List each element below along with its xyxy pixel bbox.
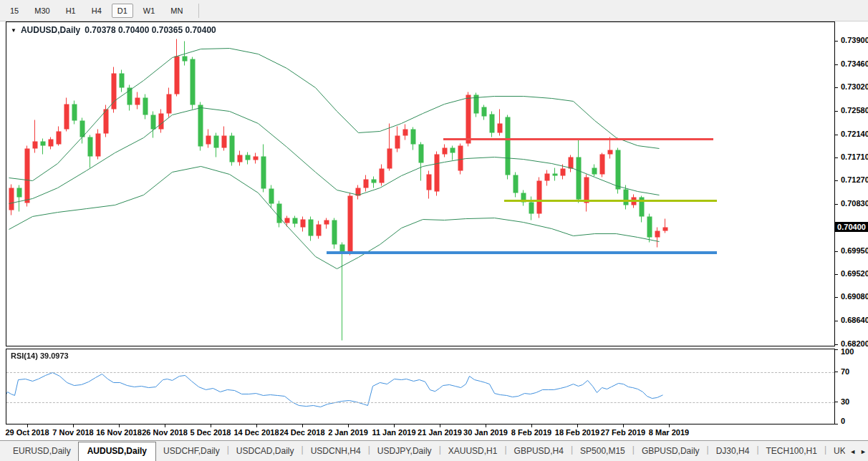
date-axis-label: 8 Mar 2019 xyxy=(649,428,689,437)
date-axis-tick xyxy=(27,424,28,427)
tab-usdcad-daily[interactable]: USDCAD,Daily xyxy=(229,442,302,460)
date-axis-label: 11 Jan 2019 xyxy=(372,428,415,437)
timeframe-toolbar: 15M30H1H4D1W1MN xyxy=(0,0,868,21)
rsi-chart[interactable] xyxy=(6,349,834,424)
date-axis-label: 26 Nov 2018 xyxy=(142,428,188,437)
tab-usdcnh-h4[interactable]: USDCNH,H4 xyxy=(304,442,368,460)
price-axis-label: 0.69080 xyxy=(841,292,868,301)
price-axis-tick xyxy=(835,321,838,321)
price-axis-label: 0.68640 xyxy=(841,316,868,324)
tab-usdchf-daily[interactable]: USDCHF,Daily xyxy=(156,442,227,460)
tab-audusd-daily[interactable]: AUDUSD,Daily xyxy=(78,442,156,461)
rsi-indicator-label: RSI(14) 39.0973 xyxy=(11,351,69,360)
price-axis-label: 0.73020 xyxy=(841,82,868,91)
tab-tech100-h1[interactable]: TECH100,H1 xyxy=(759,442,824,460)
tab-sp500-m15[interactable]: SP500,M15 xyxy=(573,442,632,460)
date-axis-tick xyxy=(440,424,440,427)
timeframe-buttons: 15M30H1H4D1W1MN xyxy=(0,4,188,18)
price-axis-tick xyxy=(835,251,838,252)
chart-title[interactable]: ▼ AUDUSD,Daily 0.70378 0.70400 0.70365 0… xyxy=(11,25,216,35)
price-axis-tick xyxy=(835,344,838,345)
date-axis-tick xyxy=(211,424,211,427)
timeframe-button-w1[interactable]: W1 xyxy=(138,4,161,18)
timeframe-button-h4[interactable]: H4 xyxy=(86,4,107,18)
date-axis-tick xyxy=(669,424,670,427)
rsi-axis-tick xyxy=(835,349,838,350)
date-axis-tick xyxy=(577,424,578,427)
chart-symbol: AUDUSD,Daily xyxy=(21,25,80,35)
date-axis-tick xyxy=(348,424,349,427)
date-axis-label: 8 Feb 2019 xyxy=(511,428,551,437)
date-axis-tick xyxy=(165,424,165,427)
price-axis-label: 0.72580 xyxy=(841,106,868,115)
tab-scroll-right-icon[interactable]: ► xyxy=(860,448,867,455)
timeframe-button-h1[interactable]: H1 xyxy=(60,4,82,18)
price-axis-tick xyxy=(835,87,838,88)
price-axis-tick xyxy=(835,157,838,158)
rsi-panel[interactable]: RSI(14) 39.0973 xyxy=(6,349,835,424)
tab-gbpusd-h4[interactable]: GBPUSD,H4 xyxy=(507,442,571,460)
date-axis-label: 18 Feb 2019 xyxy=(555,428,599,437)
timeframe-button-m30[interactable]: M30 xyxy=(29,4,55,18)
price-axis-label: 0.73460 xyxy=(841,59,868,68)
date-axis-label: 24 Dec 2018 xyxy=(280,428,325,437)
date-axis-label: 21 Jan 2019 xyxy=(418,428,462,437)
timeframe-button-15[interactable]: 15 xyxy=(4,4,24,18)
tab-usdjpy-daily[interactable]: USDJPY,Daily xyxy=(370,442,439,460)
price-axis-tick xyxy=(835,180,838,181)
date-axis-label: 30 Jan 2019 xyxy=(463,428,508,437)
tab-xauusd-h1[interactable]: XAUUSD,H1 xyxy=(441,442,505,460)
tab-eurusd-daily[interactable]: EURUSD,Daily xyxy=(6,442,78,460)
price-axis-tick xyxy=(835,274,838,275)
price-axis-tick xyxy=(835,111,838,112)
price-axis-label: 0.71710 xyxy=(841,152,868,161)
date-axis-label: 27 Feb 2019 xyxy=(601,428,645,437)
tab-gbpusd-daily[interactable]: GBPUSD,Daily xyxy=(635,442,707,460)
price-axis[interactable]: 0.739000.734600.730200.725800.721400.717… xyxy=(835,21,868,346)
date-axis-tick xyxy=(394,424,395,427)
date-axis-tick xyxy=(531,424,532,427)
timeframe-button-d1[interactable]: D1 xyxy=(112,4,133,18)
date-axis-label: 29 Oct 2018 xyxy=(5,428,49,437)
timeframe-button-mn[interactable]: MN xyxy=(165,4,188,18)
rsi-axis-label: 70 xyxy=(841,367,849,376)
mt4-window: 15M30H1H4D1W1MN ▼ AUDUSD,Daily 0.70378 0… xyxy=(0,0,868,461)
price-chart-panel[interactable]: ▼ AUDUSD,Daily 0.70378 0.70400 0.70365 0… xyxy=(6,21,835,346)
tab-scroll-left-icon[interactable]: ◄ xyxy=(849,448,856,455)
toolbar-separator xyxy=(198,4,199,18)
symbol-dropdown-icon[interactable]: ▼ xyxy=(11,27,16,34)
date-axis-tick xyxy=(623,424,624,427)
price-axis-label: 0.71270 xyxy=(841,175,868,184)
chart-tabs-bar: EURUSD,DailyAUDUSD,DailyUSDCHF,Daily|USD… xyxy=(0,440,868,461)
rsi-level-70 xyxy=(6,372,834,373)
chart-tabs: EURUSD,DailyAUDUSD,DailyUSDCHF,Daily|USD… xyxy=(6,441,859,461)
price-axis-tick xyxy=(835,41,838,42)
price-axis-label: 0.69950 xyxy=(841,246,868,255)
price-axis-label: 0.73900 xyxy=(841,36,868,44)
rsi-axis-tick xyxy=(835,402,838,402)
date-axis-label: 14 Dec 2018 xyxy=(234,428,279,437)
candlestick-chart[interactable] xyxy=(6,22,834,346)
last-price-tag: 0.70400 xyxy=(835,222,868,232)
rsi-level-30 xyxy=(6,402,834,403)
tab-scroll-arrows: ◄ ► xyxy=(845,441,867,461)
date-axis-tick xyxy=(73,424,74,427)
date-axis-label: 16 Nov 2018 xyxy=(96,428,142,437)
price-axis-tick xyxy=(835,64,838,65)
rsi-axis[interactable]: 10070300 xyxy=(835,349,868,424)
date-axis[interactable]: 29 Oct 20187 Nov 201816 Nov 201826 Nov 2… xyxy=(0,424,868,440)
price-axis-label: 0.70830 xyxy=(841,199,868,208)
date-axis-label: 7 Nov 2018 xyxy=(52,428,93,437)
tab-dj30-h4[interactable]: DJ30,H4 xyxy=(709,442,757,460)
chart-ohlc-values: 0.70378 0.70400 0.70365 0.70400 xyxy=(85,25,216,35)
rsi-axis-tick xyxy=(835,372,838,372)
price-axis-label: 0.69520 xyxy=(841,269,868,278)
price-axis-tick xyxy=(835,204,838,205)
price-axis-tick xyxy=(835,135,838,135)
date-axis-tick xyxy=(486,424,486,427)
date-axis-tick xyxy=(119,424,120,427)
rsi-axis-label: 30 xyxy=(841,397,849,406)
date-axis-tick xyxy=(256,424,257,427)
rsi-axis-label: 100 xyxy=(841,347,854,356)
date-axis-tick xyxy=(302,424,303,427)
